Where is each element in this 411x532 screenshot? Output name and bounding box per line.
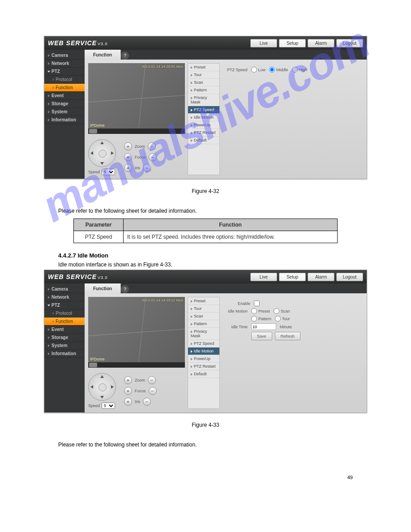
side-storage[interactable]: Storage: [44, 100, 85, 108]
refresh-button[interactable]: Refresh: [275, 332, 301, 340]
func-idle-2[interactable]: Idle Motion: [188, 348, 219, 355]
tab-function-2[interactable]: Function: [85, 283, 121, 293]
speed-label: Speed: [88, 170, 100, 174]
iris-minus[interactable]: −: [143, 164, 151, 172]
iris-minus-2[interactable]: −: [143, 398, 151, 406]
func-idle[interactable]: Idle Motion: [188, 114, 219, 121]
func-pattern-2[interactable]: Pattern: [188, 320, 219, 328]
side-network[interactable]: Network: [44, 60, 85, 68]
zoom-plus-2[interactable]: +: [124, 376, 132, 384]
side-storage-2[interactable]: Storage: [44, 334, 85, 342]
side-system-2[interactable]: System: [44, 342, 85, 350]
snapshot-icon[interactable]: [89, 129, 97, 133]
nav-live-2[interactable]: Live: [250, 273, 277, 281]
save-button[interactable]: Save: [251, 332, 272, 340]
th-function: Function: [124, 219, 338, 231]
radio-tour[interactable]: Tour: [275, 316, 290, 322]
side-protocol-2[interactable]: ›Protocol: [44, 309, 85, 317]
func-powerup-2[interactable]: PowerUp: [188, 355, 219, 363]
side-function-2[interactable]: ›Function: [44, 317, 85, 326]
body-text-1: Please refer to the following sheet for …: [58, 208, 353, 214]
side-ptz-2[interactable]: PTZ: [44, 301, 85, 309]
brand-2: WEB SERVICEV3.0: [48, 273, 108, 280]
radio-pattern[interactable]: Pattern: [251, 316, 271, 322]
side-information-2[interactable]: Information: [44, 350, 85, 358]
zoom-plus[interactable]: +: [124, 142, 132, 150]
app-screenshot-idle-motion: WEB SERVICEV3.0 Live Setup Alarm Logout …: [44, 270, 367, 413]
focus-label-2: Focus: [135, 389, 146, 393]
func-preset[interactable]: Preset: [188, 64, 219, 71]
func-tour-2[interactable]: Tour: [188, 305, 219, 313]
func-preset-2[interactable]: Preset: [188, 297, 219, 305]
focus-minus-2[interactable]: −: [149, 387, 157, 395]
func-ptzspeed[interactable]: PTZ Speed: [188, 106, 219, 114]
radio-middle[interactable]: Middle: [269, 67, 288, 73]
zoom-label: Zoom: [135, 144, 145, 149]
func-restart[interactable]: PTZ Restart: [188, 129, 219, 137]
func-tour[interactable]: Tour: [188, 71, 219, 79]
side-camera[interactable]: Camera: [44, 51, 85, 60]
side-ptz[interactable]: PTZ: [44, 68, 85, 76]
idle-time-label: Idle Time: [227, 325, 248, 329]
func-ptzspeed-2[interactable]: PTZ Speed: [188, 340, 219, 348]
nav-alarm[interactable]: Alarm: [308, 39, 334, 47]
enable-checkbox[interactable]: [254, 300, 260, 306]
idle-time-input[interactable]: [251, 323, 276, 330]
tab-function[interactable]: Function: [85, 50, 121, 60]
focus-minus[interactable]: −: [149, 153, 157, 161]
zoom-minus[interactable]: −: [148, 142, 156, 150]
func-default[interactable]: Default: [188, 137, 219, 144]
caption-2: Figure 4-33: [18, 422, 393, 428]
help-icon[interactable]: ?: [121, 51, 129, 60]
ptz-speed-panel: PTZ Speed Low Middle High: [223, 63, 363, 175]
app-header-2: WEB SERVICEV3.0 Live Setup Alarm Logout: [44, 270, 367, 283]
side-event-2[interactable]: Event: [44, 326, 85, 334]
idle-motion-label: Idle Motion: [227, 309, 248, 313]
snapshot-icon-2[interactable]: [89, 363, 97, 367]
radio-preset[interactable]: Preset: [251, 308, 270, 314]
func-default-2[interactable]: Default: [188, 370, 219, 378]
func-privacy[interactable]: Privacy Mask: [188, 94, 219, 106]
side-protocol[interactable]: ›Protocol: [44, 76, 85, 84]
func-pattern[interactable]: Pattern: [188, 86, 219, 94]
side-event[interactable]: Event: [44, 92, 85, 100]
zoom-minus-2[interactable]: −: [148, 376, 156, 384]
nav-setup[interactable]: Setup: [279, 39, 306, 47]
zoom-label-2: Zoom: [135, 378, 145, 382]
section-idle-body: Idle motion interface is shown as in Fig…: [58, 262, 353, 268]
focus-plus[interactable]: +: [124, 153, 132, 161]
radio-scan[interactable]: Scan: [274, 308, 290, 314]
help-icon-2[interactable]: ?: [121, 285, 129, 293]
ptz-dpad-2[interactable]: [88, 373, 116, 401]
radio-low[interactable]: Low: [251, 67, 266, 73]
section-idle-motion: 4.4.2.7 Idle Motion: [58, 252, 353, 259]
func-privacy-2[interactable]: Privacy Mask: [188, 328, 219, 340]
side-system[interactable]: System: [44, 108, 85, 116]
iris-plus-2[interactable]: +: [124, 398, 132, 406]
video-preview: 2013-01-14 14:28:50 Mon IPDome: [88, 63, 185, 134]
func-scan[interactable]: Scan: [188, 79, 219, 86]
ptz-dpad[interactable]: [88, 139, 116, 167]
func-powerup[interactable]: PowerUp: [188, 121, 219, 129]
side-information[interactable]: Information: [44, 116, 85, 124]
nav-logout[interactable]: Logout: [336, 39, 363, 47]
func-scan-2[interactable]: Scan: [188, 313, 219, 320]
nav-setup-2[interactable]: Setup: [279, 273, 306, 281]
iris-plus[interactable]: +: [124, 164, 132, 172]
radio-high[interactable]: High: [292, 67, 308, 73]
nav-live[interactable]: Live: [250, 39, 277, 47]
focus-plus-2[interactable]: +: [124, 387, 132, 395]
nav-alarm-2[interactable]: Alarm: [308, 273, 334, 281]
speed-select-2[interactable]: 5: [102, 403, 115, 409]
function-list-2: Preset Tour Scan Pattern Privacy Mask PT…: [188, 297, 220, 409]
app-header: WEB SERVICEV3.0 Live Setup Alarm Logout: [44, 36, 367, 50]
td-param: PTZ Speed: [74, 231, 124, 243]
side-camera-2[interactable]: Camera: [44, 285, 85, 293]
timestamp-2: 2013-01-14 14:29:12 Mon: [142, 298, 183, 302]
td-func: It is to set PTZ speed. Includes three o…: [124, 231, 338, 243]
nav-logout-2[interactable]: Logout: [336, 273, 363, 281]
speed-select[interactable]: 5: [102, 169, 115, 175]
side-function[interactable]: ›Function: [44, 84, 85, 92]
func-restart-2[interactable]: PTZ Restart: [188, 363, 219, 370]
side-network-2[interactable]: Network: [44, 293, 85, 301]
